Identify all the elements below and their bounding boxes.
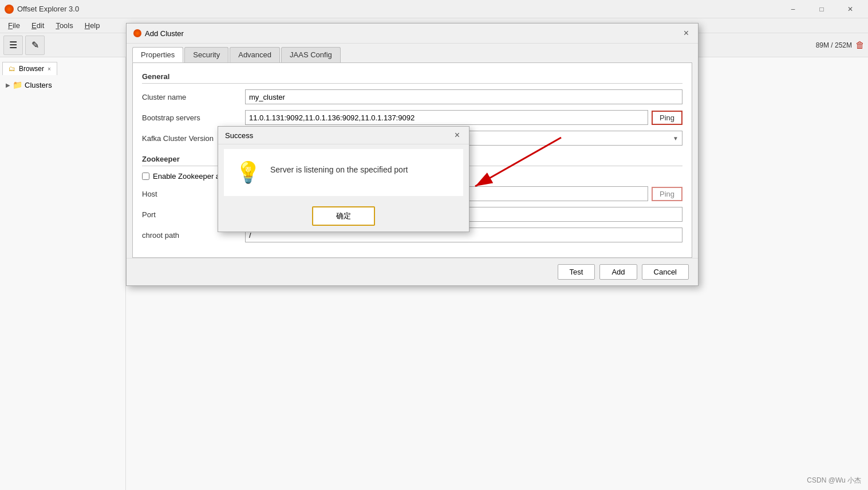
success-title-bar: Success × xyxy=(218,127,469,144)
browser-tab-close[interactable]: × xyxy=(48,66,51,72)
clusters-label: Clusters xyxy=(25,81,52,89)
sidebar: 🗂 Browser × ▶ 📁 Clusters xyxy=(0,57,126,490)
cluster-name-row: Cluster name xyxy=(142,89,682,104)
menu-help[interactable]: Help xyxy=(79,20,106,31)
dropdown-arrow-icon: ▼ xyxy=(673,135,678,142)
general-section-title: General xyxy=(142,72,682,84)
cancel-button[interactable]: Cancel xyxy=(642,264,689,280)
menu-tools[interactable]: Tools xyxy=(50,20,78,31)
bootstrap-servers-input[interactable] xyxy=(245,110,648,125)
success-body: 💡 Server is listening on the specified p… xyxy=(224,149,463,196)
menu-file[interactable]: File xyxy=(2,20,26,31)
success-dialog: Success × 💡 Server is listening on the s… xyxy=(218,126,469,232)
memory-text: 89M / 252M xyxy=(816,41,852,49)
dialog-title: Add Cluster xyxy=(133,29,184,38)
success-footer: 确定 xyxy=(218,201,469,232)
cluster-name-input[interactable] xyxy=(245,89,682,104)
browser-tab-icon: 🗂 xyxy=(9,65,15,73)
dialog-title-icon xyxy=(133,29,141,37)
tab-security[interactable]: Security xyxy=(184,47,228,62)
lightbulb-icon: 💡 xyxy=(235,160,261,185)
success-message: Server is listening on the specified por… xyxy=(270,160,408,174)
success-close-button[interactable]: × xyxy=(452,130,462,140)
toolbar-btn-1[interactable]: ☰ xyxy=(3,36,23,55)
trash-icon[interactable]: 🗑 xyxy=(855,40,865,50)
dialog-footer: Test Add Cancel xyxy=(127,258,698,285)
tab-jaas-config[interactable]: JAAS Config xyxy=(281,47,341,62)
app-title: Offset Explorer 3.0 xyxy=(17,5,780,13)
minimize-button[interactable]: – xyxy=(780,1,806,17)
watermark: CSDN @Wu 小杰 xyxy=(807,476,861,485)
memory-display: 89M / 252M 🗑 xyxy=(816,40,865,50)
expand-icon: ▶ xyxy=(6,82,10,88)
browser-tab[interactable]: 🗂 Browser × xyxy=(2,62,57,75)
toolbar-icon-2: ✎ xyxy=(31,40,39,50)
bootstrap-servers-row: Bootstrap servers Ping xyxy=(142,110,682,125)
zookeeper-ping-button[interactable]: Ping xyxy=(652,187,682,201)
dialog-title-bar: Add Cluster × xyxy=(127,23,698,44)
maximize-button[interactable]: □ xyxy=(808,1,835,17)
dialog-tabs: Properties Security Advanced JAAS Config xyxy=(127,44,698,62)
title-bar: Offset Explorer 3.0 – □ ✕ xyxy=(0,0,868,18)
folder-icon: 📁 xyxy=(13,80,22,89)
confirm-button[interactable]: 确定 xyxy=(312,206,375,226)
tab-properties[interactable]: Properties xyxy=(132,47,183,62)
toolbar-icon-1: ☰ xyxy=(9,40,17,50)
window-controls: – □ ✕ xyxy=(780,1,863,17)
dialog-title-text: Add Cluster xyxy=(145,29,184,38)
browser-tab-label: Browser xyxy=(19,65,44,73)
toolbar-btn-2[interactable]: ✎ xyxy=(25,36,45,55)
menu-edit[interactable]: Edit xyxy=(26,20,50,31)
tab-advanced[interactable]: Advanced xyxy=(230,47,280,62)
bootstrap-servers-label: Bootstrap servers xyxy=(142,113,245,122)
ping-button[interactable]: Ping xyxy=(652,111,682,125)
cluster-name-label: Cluster name xyxy=(142,93,245,101)
add-button[interactable]: Add xyxy=(599,264,637,280)
dialog-close-button[interactable]: × xyxy=(681,28,691,38)
sidebar-item-clusters[interactable]: ▶ 📁 Clusters xyxy=(2,79,123,91)
test-button[interactable]: Test xyxy=(558,264,595,280)
enable-zookeeper-checkbox[interactable] xyxy=(142,173,149,180)
sidebar-content: ▶ 📁 Clusters xyxy=(0,75,125,95)
close-button[interactable]: ✕ xyxy=(837,1,863,17)
success-title-text: Success xyxy=(225,131,253,140)
app-icon xyxy=(5,5,14,14)
